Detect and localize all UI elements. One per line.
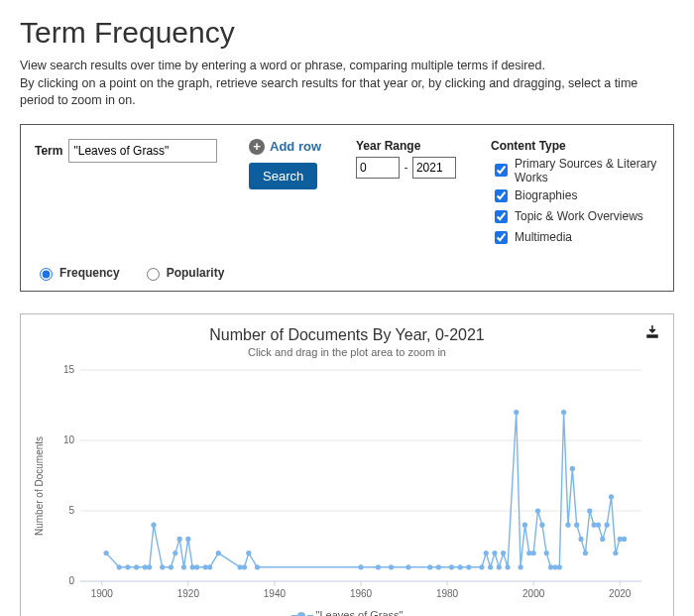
term-input[interactable]	[68, 139, 217, 163]
content-type-checkbox[interactable]	[495, 231, 508, 244]
svg-point-53	[466, 564, 471, 569]
svg-point-40	[216, 551, 221, 555]
content-type-option: Multimedia	[491, 228, 659, 247]
radio-popularity[interactable]: Popularity	[142, 265, 225, 281]
svg-point-26	[134, 564, 139, 569]
y-axis-label: Number of Documents	[31, 364, 47, 607]
svg-point-72	[561, 410, 566, 415]
svg-point-34	[181, 564, 186, 569]
svg-point-56	[488, 564, 493, 569]
content-type-group: Content Type Primary Sources & Literary …	[491, 139, 659, 249]
svg-point-55	[484, 551, 489, 555]
svg-point-43	[246, 551, 251, 555]
svg-text:15: 15	[63, 364, 75, 375]
download-icon[interactable]	[645, 324, 659, 342]
svg-point-74	[570, 465, 575, 470]
svg-text:2000: 2000	[522, 588, 545, 599]
content-type-label: Content Type	[491, 139, 659, 153]
legend-label: "Leaves of Grass"	[316, 609, 404, 617]
svg-point-77	[583, 551, 588, 555]
svg-point-84	[613, 551, 618, 555]
svg-text:2020: 2020	[609, 588, 632, 599]
svg-point-32	[173, 551, 177, 555]
term-label: Term	[35, 144, 62, 158]
content-type-option: Primary Sources & Literary Works	[491, 157, 659, 185]
svg-point-52	[458, 564, 463, 569]
plus-icon: +	[249, 139, 265, 155]
svg-point-68	[544, 551, 549, 555]
svg-point-31	[169, 564, 174, 569]
svg-point-58	[497, 564, 502, 569]
year-range-dash: -	[404, 161, 407, 175]
mode-radio-group: Frequency Popularity	[35, 265, 659, 281]
content-type-label-text: Primary Sources & Literary Works	[515, 157, 659, 185]
legend-marker-icon	[297, 612, 305, 616]
chart-legend: "Leaves of Grass"	[31, 609, 663, 617]
search-button[interactable]: Search	[249, 163, 317, 189]
svg-point-33	[177, 536, 182, 541]
svg-point-73	[565, 522, 570, 527]
content-type-label-text: Multimedia	[515, 230, 572, 244]
svg-point-44	[255, 564, 260, 569]
svg-point-23	[104, 551, 109, 555]
svg-point-30	[160, 564, 165, 569]
content-type-checkbox[interactable]	[495, 164, 508, 177]
svg-point-49	[427, 564, 432, 569]
year-to-input[interactable]	[412, 157, 456, 179]
svg-point-29	[151, 522, 156, 527]
chart-plot[interactable]: 0510151900192019401960198020002020	[47, 364, 663, 607]
content-type-label-text: Topic & Work Overviews	[515, 209, 643, 223]
svg-point-65	[531, 551, 536, 555]
svg-point-45	[358, 564, 363, 569]
svg-point-37	[194, 564, 199, 569]
content-type-option: Biographies	[491, 186, 659, 205]
svg-text:1960: 1960	[350, 588, 373, 599]
svg-point-80	[596, 522, 601, 527]
svg-point-86	[622, 536, 627, 541]
page-title: Term Frequency	[20, 16, 674, 50]
add-row-button[interactable]: + Add row	[249, 139, 321, 155]
svg-point-46	[376, 564, 381, 569]
svg-point-24	[117, 564, 122, 569]
svg-text:5: 5	[68, 505, 74, 516]
svg-point-47	[389, 564, 394, 569]
chart-panel: Number of Documents By Year, 0-2021 Clic…	[20, 313, 674, 617]
svg-point-78	[587, 508, 592, 513]
svg-point-81	[600, 536, 605, 541]
content-type-label-text: Biographies	[515, 188, 577, 202]
svg-point-76	[578, 536, 583, 541]
search-panel: Term + Add row Search Year Range - Conte…	[20, 124, 674, 292]
svg-text:10: 10	[63, 434, 75, 445]
svg-point-83	[609, 494, 614, 499]
content-type-checkbox[interactable]	[495, 189, 508, 202]
svg-point-62	[518, 564, 522, 569]
year-from-input[interactable]	[356, 157, 400, 179]
year-range-label: Year Range	[356, 139, 475, 153]
svg-point-63	[522, 522, 527, 527]
svg-point-42	[242, 564, 247, 569]
content-type-checkbox[interactable]	[495, 210, 508, 223]
chart-title: Number of Documents By Year, 0-2021	[31, 326, 663, 344]
svg-point-54	[479, 564, 484, 569]
svg-text:1920: 1920	[177, 588, 200, 599]
svg-text:1940: 1940	[264, 588, 287, 599]
svg-point-48	[405, 564, 410, 569]
svg-point-59	[501, 551, 506, 555]
svg-text:1900: 1900	[91, 588, 114, 599]
svg-point-71	[557, 564, 562, 569]
page-description: View search results over time by enterin…	[20, 58, 674, 110]
svg-point-61	[514, 410, 519, 415]
chart-subtitle: Click and drag in the plot area to zoom …	[31, 346, 663, 358]
radio-frequency[interactable]: Frequency	[35, 265, 120, 281]
svg-point-75	[574, 522, 579, 527]
svg-point-82	[605, 522, 610, 527]
svg-point-28	[147, 564, 152, 569]
svg-point-66	[535, 508, 540, 513]
svg-point-39	[207, 564, 212, 569]
svg-point-50	[436, 564, 441, 569]
svg-point-51	[449, 564, 454, 569]
svg-point-57	[492, 551, 497, 555]
svg-point-67	[539, 522, 544, 527]
content-type-option: Topic & Work Overviews	[491, 207, 659, 226]
svg-text:0: 0	[68, 575, 74, 586]
